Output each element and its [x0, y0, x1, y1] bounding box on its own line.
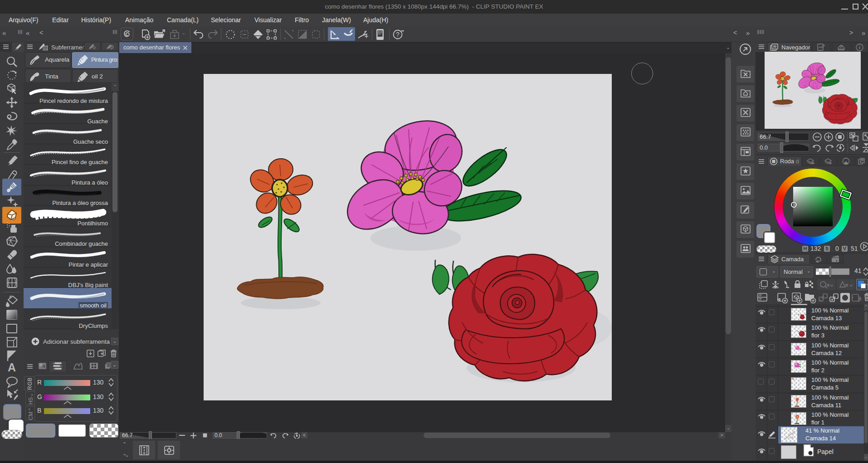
svg-text:?: ? — [396, 31, 400, 38]
